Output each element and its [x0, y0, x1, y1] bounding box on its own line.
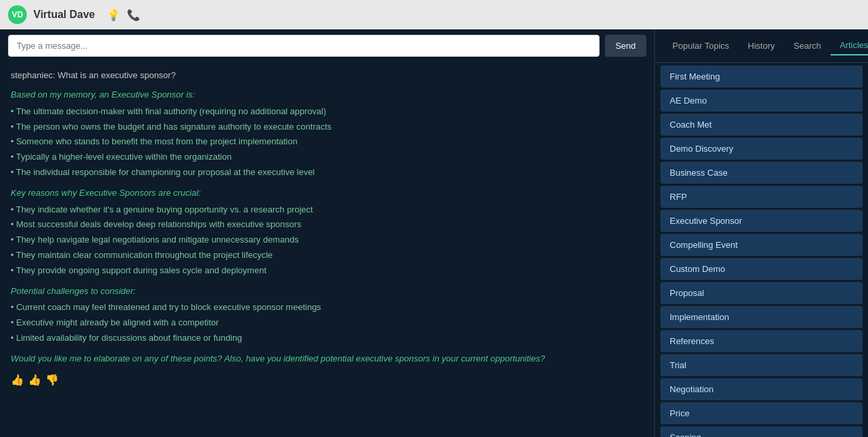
logo-initials: VD [12, 10, 23, 19]
chat-input-bar: Send [0, 29, 654, 62]
list-item: Most successful deals develop deep relat… [11, 218, 644, 232]
list-item: The person who owns the budget and has s… [11, 120, 644, 134]
list-item: They provide ongoing support during sale… [11, 264, 644, 278]
list-item: Current coach may feel threatened and tr… [11, 301, 644, 315]
thumbs-up-filled-icon[interactable]: 👍 [11, 372, 24, 389]
topic-ae-demo[interactable]: AE Demo [660, 90, 863, 112]
closing-question: Would you like me to elaborate on any of… [11, 352, 644, 366]
topic-custom-demo[interactable]: Custom Demo [660, 258, 863, 280]
topic-scoping[interactable]: Scoping [660, 426, 863, 437]
user-message: stephaniec: What is an executive sponsor… [11, 70, 644, 80]
phone-icon[interactable]: 📞 [127, 9, 140, 21]
topic-executive-sponsor[interactable]: Executive Sponsor [660, 210, 863, 232]
bot-intro: Based on my memory, an Executive Sponsor… [11, 88, 644, 102]
sidebar-nav-articles[interactable]: Articles [831, 36, 868, 55]
list-item: Someone who stands to benefit the most f… [11, 135, 644, 149]
user-name: stephaniec: [11, 70, 55, 80]
section3-header: Potential challenges to consider: [11, 285, 644, 299]
sidebar-nav: Popular Topics History Search Articles [655, 29, 868, 63]
thumbs-down-icon[interactable]: 👎 [45, 372, 59, 389]
topic-negotiation[interactable]: Negotiation [660, 378, 863, 400]
topic-proposal[interactable]: Proposal [660, 282, 863, 304]
sidebar-topics-list: First Meeting AE Demo Coach Met Demo Dis… [655, 63, 868, 437]
topic-first-meeting[interactable]: First Meeting [660, 65, 863, 88]
bot-response: Based on my memory, an Executive Sponsor… [11, 88, 644, 388]
topic-price[interactable]: Price [660, 402, 863, 424]
app-title: Virtual Dave [33, 9, 95, 21]
chat-messages: stephaniec: What is an executive sponsor… [0, 62, 654, 437]
sidebar-nav-search[interactable]: Search [785, 37, 831, 55]
topic-trial[interactable]: Trial [660, 354, 863, 376]
topic-compelling-event[interactable]: Compelling Event [660, 234, 863, 256]
sidebar-nav-popular-topics[interactable]: Popular Topics [663, 37, 738, 55]
topic-demo-discovery[interactable]: Demo Discovery [660, 138, 863, 160]
sidebar: Popular Topics History Search Articles F… [654, 29, 868, 437]
list-item: Typically a higher-level executive withi… [11, 150, 644, 164]
main-layout: Send stephaniec: What is an executive sp… [0, 29, 868, 437]
topic-business-case[interactable]: Business Case [660, 162, 863, 184]
app-header: VD Virtual Dave 💡 📞 [0, 0, 868, 29]
list-item: They help navigate legal negotiations an… [11, 233, 644, 247]
bot-intro-list: The ultimate decision-maker with final a… [11, 105, 644, 180]
user-question: What is an executive sponsor? [57, 70, 176, 80]
list-item: The ultimate decision-maker with final a… [11, 105, 644, 119]
list-item: Limited availability for discussions abo… [11, 331, 644, 345]
send-button[interactable]: Send [605, 35, 646, 57]
section2-list: They indicate whether it's a genuine buy… [11, 203, 644, 278]
thumbs-up-icon[interactable]: 👍 [28, 372, 41, 389]
section2-header: Key reasons why Executive Sponsors are c… [11, 186, 644, 200]
header-icons: 💡 📞 [107, 9, 140, 21]
chat-area: Send stephaniec: What is an executive sp… [0, 29, 654, 437]
list-item: Executive might already be aligned with … [11, 316, 644, 330]
list-item: They maintain clear communication throug… [11, 249, 644, 263]
topic-references[interactable]: References [660, 330, 863, 352]
lightbulb-icon[interactable]: 💡 [107, 9, 120, 21]
section3-list: Current coach may feel threatened and tr… [11, 301, 644, 345]
list-item: They indicate whether it's a genuine buy… [11, 203, 644, 217]
feedback-icons: 👍 👍 👎 [11, 372, 644, 389]
topic-coach-met[interactable]: Coach Met [660, 114, 863, 136]
sidebar-nav-history[interactable]: History [738, 37, 784, 55]
chat-input[interactable] [8, 35, 600, 57]
topic-rfp[interactable]: RFP [660, 186, 863, 208]
app-logo: VD [8, 5, 27, 24]
list-item: The individual responsible for championi… [11, 166, 644, 180]
topic-implementation[interactable]: Implementation [660, 306, 863, 328]
